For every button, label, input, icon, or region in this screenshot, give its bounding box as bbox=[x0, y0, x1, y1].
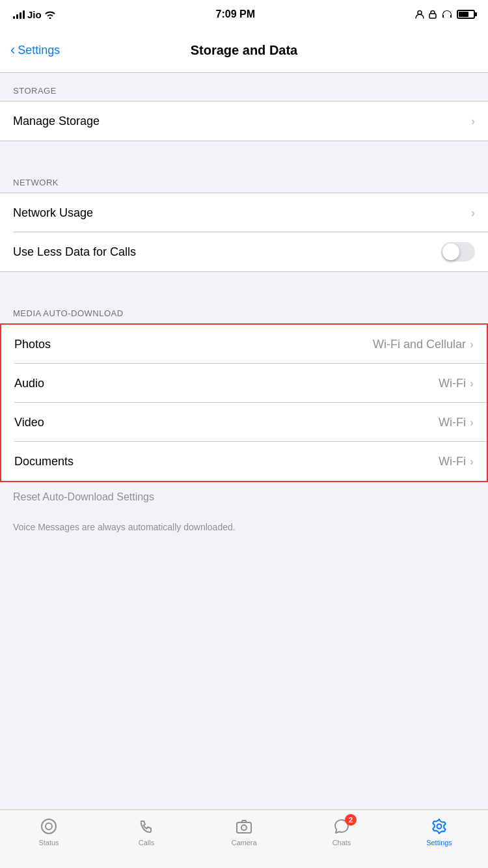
use-less-data-label: Use Less Data for Calls bbox=[13, 245, 136, 259]
chevron-right-icon-2: › bbox=[471, 206, 475, 220]
wifi-icon bbox=[44, 10, 56, 19]
chevron-right-icon: › bbox=[471, 115, 475, 128]
signal-icon bbox=[13, 10, 25, 19]
svg-point-3 bbox=[46, 823, 52, 830]
video-value: Wi-Fi bbox=[439, 416, 466, 429]
network-card: Network Usage › Use Less Data for Calls bbox=[0, 193, 488, 272]
storage-card: Manage Storage › bbox=[0, 101, 488, 141]
documents-right: Wi-Fi › bbox=[439, 455, 474, 468]
chevron-right-icon-5: › bbox=[470, 416, 474, 429]
status-icon bbox=[39, 817, 59, 836]
photos-item[interactable]: Photos Wi-Fi and Cellular › bbox=[1, 325, 487, 364]
tab-calls-label: Calls bbox=[139, 839, 154, 847]
settings-icon bbox=[429, 817, 449, 836]
nav-bar: ‹ Settings Storage and Data bbox=[0, 29, 488, 73]
documents-value: Wi-Fi bbox=[439, 455, 466, 468]
svg-point-5 bbox=[241, 825, 247, 830]
status-left: Jio bbox=[13, 9, 56, 20]
manage-storage-right: › bbox=[471, 115, 475, 128]
tab-settings-label: Settings bbox=[426, 839, 452, 847]
manage-storage-label: Manage Storage bbox=[13, 115, 100, 128]
network-usage-item[interactable]: Network Usage › bbox=[0, 193, 488, 232]
chevron-left-icon: ‹ bbox=[10, 43, 15, 57]
account-icon bbox=[415, 10, 424, 19]
chats-icon: 2 bbox=[332, 817, 351, 836]
svg-point-2 bbox=[42, 819, 56, 834]
spacer-1 bbox=[0, 141, 488, 165]
tab-camera-label: Camera bbox=[231, 839, 256, 847]
use-less-data-toggle[interactable] bbox=[441, 242, 475, 262]
reset-auto-download[interactable]: Reset Auto-Download Settings bbox=[0, 482, 488, 512]
svg-point-6 bbox=[437, 824, 442, 829]
video-right: Wi-Fi › bbox=[439, 416, 474, 429]
storage-section-header: STORAGE bbox=[0, 73, 488, 101]
battery-icon bbox=[457, 10, 475, 19]
chevron-right-icon-3: › bbox=[470, 338, 474, 351]
page-title: Storage and Data bbox=[191, 43, 297, 58]
video-item[interactable]: Video Wi-Fi › bbox=[1, 403, 487, 442]
network-usage-right: › bbox=[471, 206, 475, 220]
use-less-data-item: Use Less Data for Calls bbox=[0, 232, 488, 271]
voice-message-note: Voice Messages are always automatically … bbox=[0, 512, 488, 547]
photos-right: Wi-Fi and Cellular › bbox=[373, 338, 474, 351]
manage-storage-item[interactable]: Manage Storage › bbox=[0, 102, 488, 141]
tab-chats-label: Chats bbox=[332, 839, 351, 847]
tab-bar: Status Calls Camera 2 Chats bbox=[0, 809, 488, 868]
status-right bbox=[415, 10, 475, 19]
media-download-card: Photos Wi-Fi and Cellular › Audio Wi-Fi … bbox=[0, 323, 488, 482]
documents-label: Documents bbox=[14, 455, 74, 468]
video-label: Video bbox=[14, 416, 44, 429]
lock-icon bbox=[428, 10, 437, 19]
audio-right: Wi-Fi › bbox=[439, 377, 474, 390]
network-usage-label: Network Usage bbox=[13, 206, 93, 220]
camera-icon bbox=[234, 817, 254, 836]
back-label: Settings bbox=[18, 44, 60, 57]
toggle-knob bbox=[442, 243, 459, 260]
chevron-right-icon-6: › bbox=[470, 455, 474, 468]
spacer-2 bbox=[0, 272, 488, 295]
chats-badge: 2 bbox=[345, 814, 357, 826]
network-section-header: NETWORK bbox=[0, 165, 488, 193]
carrier-label: Jio bbox=[27, 9, 42, 20]
tab-status-label: Status bbox=[38, 839, 59, 847]
tab-settings[interactable]: Settings bbox=[390, 817, 488, 847]
time-label: 7:09 PM bbox=[216, 8, 255, 20]
status-bar: Jio 7:09 PM bbox=[0, 0, 488, 29]
audio-label: Audio bbox=[14, 377, 44, 390]
audio-item[interactable]: Audio Wi-Fi › bbox=[1, 364, 487, 403]
media-download-section-header: MEDIA AUTO-DOWNLOAD bbox=[0, 295, 488, 323]
calls-icon bbox=[137, 817, 156, 836]
chevron-right-icon-4: › bbox=[470, 377, 474, 390]
headphones-icon bbox=[441, 10, 453, 19]
tab-chats[interactable]: 2 Chats bbox=[293, 817, 390, 847]
tab-camera[interactable]: Camera bbox=[195, 817, 293, 847]
audio-value: Wi-Fi bbox=[439, 377, 466, 390]
documents-item[interactable]: Documents Wi-Fi › bbox=[1, 442, 487, 481]
photos-label: Photos bbox=[14, 338, 51, 351]
photos-value: Wi-Fi and Cellular bbox=[373, 338, 466, 351]
back-button[interactable]: ‹ Settings bbox=[10, 44, 60, 57]
tab-status[interactable]: Status bbox=[0, 817, 98, 847]
tab-calls[interactable]: Calls bbox=[98, 817, 195, 847]
svg-rect-1 bbox=[429, 14, 436, 18]
svg-rect-4 bbox=[237, 822, 251, 833]
content: STORAGE Manage Storage › NETWORK Network… bbox=[0, 73, 488, 612]
